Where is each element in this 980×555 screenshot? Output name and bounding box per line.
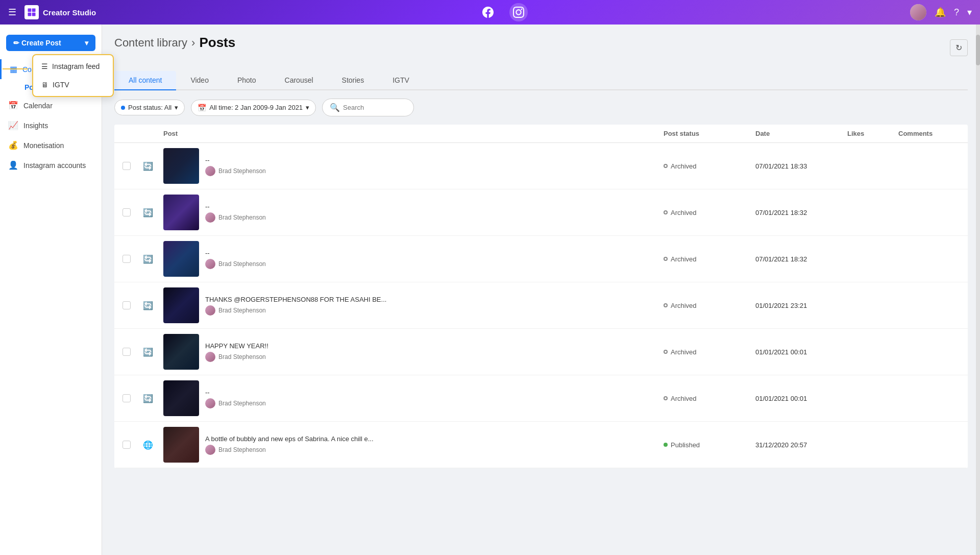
post-thumbnail — [163, 287, 199, 323]
status-dot — [664, 396, 668, 400]
hamburger-icon[interactable]: ☰ — [8, 7, 16, 18]
insights-icon: 📈 — [8, 120, 18, 130]
tab-igtv[interactable]: IGTV — [378, 71, 424, 90]
post-thumbnail — [163, 380, 199, 416]
post-title: -- — [205, 156, 266, 164]
status-text: Archived — [671, 395, 697, 402]
tab-carousel[interactable]: Carousel — [271, 71, 328, 90]
breadcrumb-parent[interactable]: Content library — [114, 36, 187, 50]
author-avatar — [205, 259, 215, 269]
status-dot — [664, 350, 668, 354]
author-name: Brad Stephenson — [218, 446, 266, 453]
chevron-down-icon[interactable]: ▾ — [967, 7, 972, 18]
row-checkbox-cell — [122, 441, 143, 449]
date-range-label: All time: 2 Jan 2009-9 Jan 2021 — [209, 104, 303, 111]
post-status-filter[interactable]: Post status: All ▾ — [114, 100, 185, 115]
sidebar-item-label: Instagram accounts — [23, 161, 86, 170]
post-info: THANKS @ROGERSTEPHENSON88 FOR THE ASAHI … — [205, 296, 386, 316]
date-text: 01/01/2021 00:01 — [755, 348, 847, 356]
bell-icon[interactable]: 🔔 — [935, 7, 946, 18]
table-row: 🔄 HAPPY NEW YEAR!! Brad Stephenson Archi… — [114, 329, 968, 375]
sidebar-item-content-library[interactable]: ▦ Content library ☰ Instagram feed 🖥 IGT… — [0, 59, 102, 79]
row-checkbox[interactable] — [122, 255, 131, 263]
tab-all-content[interactable]: All content — [114, 71, 176, 90]
author-name: Brad Stephenson — [218, 400, 266, 407]
tab-video[interactable]: Video — [176, 71, 223, 90]
row-checkbox[interactable] — [122, 208, 131, 216]
post-title: HAPPY NEW YEAR!! — [205, 342, 268, 350]
main-content: Content library › Posts ↻ All content Vi… — [102, 25, 980, 555]
tab-stories[interactable]: Stories — [328, 71, 379, 90]
sidebar-item-calendar[interactable]: 📅 Calendar — [0, 95, 102, 115]
sidebar-item-insights[interactable]: 📈 Insights — [0, 115, 102, 135]
sidebar-item-instagram-accounts[interactable]: 👤 Instagram accounts — [0, 155, 102, 175]
author-avatar — [205, 212, 215, 223]
date-range-filter[interactable]: 📅 All time: 2 Jan 2009-9 Jan 2021 ▾ — [191, 100, 316, 116]
header-checkbox — [122, 130, 143, 137]
row-checkbox-cell — [122, 348, 143, 356]
row-checkbox[interactable] — [122, 162, 131, 170]
dropdown-menu: ☰ Instagram feed 🖥 IGTV — [32, 54, 114, 97]
row-checkbox[interactable] — [122, 348, 131, 356]
refresh-button[interactable]: ↻ — [950, 39, 968, 56]
author-name: Brad Stephenson — [218, 167, 266, 175]
svg-rect-2 — [28, 13, 32, 16]
row-clock-icon: 🔄 — [143, 208, 163, 218]
row-clock-icon: 🔄 — [143, 301, 163, 310]
status-badge: Archived — [664, 209, 755, 216]
header-date: Date — [755, 130, 847, 137]
date-text: 01/01/2021 23:21 — [755, 302, 847, 309]
status-dot — [664, 164, 668, 168]
status-badge: Archived — [664, 302, 755, 309]
post-author: Brad Stephenson — [205, 445, 374, 455]
date-text: 01/01/2021 00:01 — [755, 395, 847, 402]
post-thumbnail — [163, 427, 199, 463]
instagram-accounts-icon: 👤 — [8, 160, 18, 170]
post-thumbnail — [163, 241, 199, 277]
tab-photo[interactable]: Photo — [223, 71, 271, 90]
row-checkbox[interactable] — [122, 394, 131, 402]
dropdown-item-instagram-feed[interactable]: ☰ Instagram feed — [33, 57, 113, 76]
instagram-platform-btn[interactable] — [509, 3, 528, 21]
header-status-icon — [143, 130, 163, 137]
post-cell: -- Brad Stephenson — [163, 241, 664, 277]
table-row: 🌐 A bottle of bubbly and new eps of Sabr… — [114, 422, 968, 468]
monetisation-icon: 💰 — [8, 140, 18, 150]
help-icon[interactable]: ? — [954, 7, 959, 18]
status-text: Archived — [671, 348, 697, 356]
author-avatar — [205, 305, 215, 316]
tabs: All content Video Photo Carousel Stories… — [114, 71, 968, 90]
status-dot-indicator — [121, 106, 125, 110]
row-checkbox[interactable] — [122, 441, 131, 449]
igtv-icon: 🖥 — [41, 81, 48, 89]
header-post-status: Post status — [664, 130, 755, 137]
post-info: -- Brad Stephenson — [205, 203, 266, 223]
post-info: -- Brad Stephenson — [205, 249, 266, 269]
row-clock-icon: 🔄 — [143, 394, 163, 403]
search-input[interactable] — [343, 104, 404, 111]
top-nav-center — [479, 3, 528, 21]
row-checkbox[interactable] — [122, 301, 131, 309]
post-cell: HAPPY NEW YEAR!! Brad Stephenson — [163, 334, 664, 370]
post-author: Brad Stephenson — [205, 352, 268, 362]
dropdown-item-igtv[interactable]: 🖥 IGTV — [33, 76, 113, 94]
avatar[interactable] — [910, 4, 926, 20]
svg-rect-3 — [32, 13, 36, 16]
status-badge: Published — [664, 441, 755, 449]
table-row: 🔄 -- Brad Stephenson Archived 07/0 — [114, 143, 968, 189]
facebook-platform-btn[interactable] — [479, 3, 497, 21]
post-author: Brad Stephenson — [205, 166, 266, 176]
sidebar-item-label: Insights — [23, 122, 48, 130]
post-author: Brad Stephenson — [205, 259, 266, 269]
create-post-button[interactable]: ✏ Create Post ▾ — [6, 35, 95, 51]
sidebar-item-label: Calendar — [23, 102, 53, 110]
filters: Post status: All ▾ 📅 All time: 2 Jan 200… — [114, 99, 968, 116]
post-thumbnail — [163, 195, 199, 230]
scrollbar[interactable] — [976, 25, 980, 555]
sidebar-item-monetisation[interactable]: 💰 Monetisation — [0, 135, 102, 155]
post-cell: -- Brad Stephenson — [163, 195, 664, 230]
row-globe-icon: 🌐 — [143, 440, 163, 450]
svg-rect-1 — [32, 9, 36, 12]
create-post-arrow: ▾ — [85, 39, 88, 47]
scrollbar-thumb[interactable] — [976, 35, 980, 65]
